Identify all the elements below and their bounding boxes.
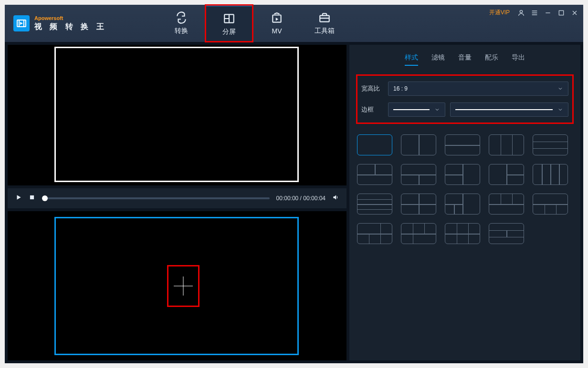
current-time: 00:00:00 [276, 195, 299, 202]
layout-1x4v[interactable] [533, 164, 568, 185]
chevron-down-icon [557, 86, 563, 92]
border-row: 边框 [361, 102, 568, 117]
svg-rect-6 [30, 195, 34, 199]
vip-link[interactable]: 开通VIP [489, 9, 510, 17]
brand-text: Apowersoft [34, 15, 107, 21]
chevron-down-icon [557, 107, 563, 112]
sub-tab-volume[interactable]: 音量 [458, 53, 472, 66]
logo-icon [13, 15, 30, 31]
layout-1x3v[interactable] [489, 134, 524, 155]
aspect-ratio-dropdown[interactable]: 16 : 9 [388, 82, 568, 96]
main-tab-label: 工具箱 [315, 27, 335, 35]
time-display: 00:00:00 / 00:00:04 [276, 195, 326, 202]
layout-3x3-partial[interactable] [489, 223, 524, 244]
layout-1x4h[interactable] [357, 194, 392, 215]
sub-tab-export[interactable]: 导出 [512, 53, 525, 66]
add-media-highlight [167, 265, 200, 307]
border-label: 边框 [361, 105, 383, 114]
main-tab-label: 分屏 [222, 28, 236, 36]
user-icon[interactable] [517, 9, 525, 17]
preview-frame-top[interactable] [54, 47, 299, 182]
main-tab-mv[interactable]: MV [253, 5, 301, 42]
title-bar: Apowersoft 视 频 转 换 王 转换 分屏 [5, 5, 583, 42]
layout-1x2v[interactable] [401, 134, 436, 155]
main-tab-split[interactable]: 分屏 [205, 5, 253, 42]
chevron-down-icon [434, 107, 440, 112]
layout-2x3-a[interactable] [357, 223, 392, 244]
content-area: 00:00:00 / 00:00:04 样式 滤镜 音量 配乐 导出 [5, 42, 583, 363]
plus-icon[interactable] [174, 276, 193, 296]
player-bar: 00:00:00 / 00:00:04 [8, 188, 346, 208]
volume-icon[interactable] [332, 194, 339, 203]
svg-point-4 [520, 10, 522, 12]
layout-L-a[interactable] [445, 194, 480, 215]
settings-highlight: 宽高比 16 : 9 边框 [356, 74, 574, 124]
layout-t-top[interactable] [357, 164, 392, 185]
line-sample-icon [455, 109, 553, 110]
preview-box [8, 45, 346, 185]
sub-tabs: 样式 滤镜 音量 配乐 导出 [355, 50, 575, 72]
aspect-ratio-row: 宽高比 16 : 9 [361, 82, 568, 96]
app-title: 视 频 转 换 王 [34, 22, 107, 32]
sub-tab-style[interactable]: 样式 [405, 53, 418, 66]
line-sample-icon [393, 109, 430, 110]
layout-1x2h[interactable] [445, 134, 480, 155]
layout-1x1[interactable] [357, 134, 392, 155]
time-sep: / [298, 195, 303, 202]
play-icon[interactable] [15, 194, 22, 203]
logo-area: Apowersoft 视 频 转 换 王 [5, 5, 148, 42]
progress-bar[interactable] [42, 197, 270, 199]
main-tab-label: 转换 [175, 27, 188, 35]
aspect-ratio-label: 宽高比 [361, 84, 383, 93]
layout-L-b[interactable] [489, 194, 524, 215]
main-tab-label: MV [272, 27, 282, 35]
main-tab-toolbox[interactable]: 工具箱 [301, 5, 348, 42]
layout-2x3-b[interactable] [401, 223, 436, 244]
duration: 00:00:04 [303, 195, 326, 202]
main-tab-convert[interactable]: 转换 [158, 5, 205, 42]
lower-preview [8, 211, 346, 360]
close-button[interactable] [571, 9, 578, 17]
sub-tab-music[interactable]: 配乐 [485, 53, 498, 66]
border-width-dropdown[interactable] [388, 102, 445, 117]
svg-rect-5 [559, 10, 563, 15]
left-panel: 00:00:00 / 00:00:04 [8, 45, 346, 360]
minimize-button[interactable] [544, 9, 552, 17]
sub-tab-filter[interactable]: 滤镜 [431, 53, 445, 66]
stop-icon[interactable] [29, 194, 35, 203]
window-controls: 开通VIP [489, 9, 578, 17]
menu-icon[interactable] [531, 9, 538, 17]
maximize-button[interactable] [557, 9, 565, 17]
layout-2x2[interactable] [401, 194, 436, 215]
progress-knob[interactable] [42, 195, 48, 201]
aspect-ratio-value: 16 : 9 [393, 85, 408, 92]
layout-t-right[interactable] [489, 164, 524, 185]
layout-L-c[interactable] [533, 194, 568, 215]
layout-grid [355, 130, 575, 249]
right-panel: 样式 滤镜 音量 配乐 导出 宽高比 16 : 9 边框 [349, 45, 580, 360]
layout-t-left[interactable] [445, 164, 480, 185]
app-window: Apowersoft 视 频 转 换 王 转换 分屏 [5, 5, 583, 363]
layout-t-bottom[interactable] [401, 164, 436, 185]
preview-frame-bottom[interactable] [54, 217, 299, 355]
border-color-dropdown[interactable] [450, 102, 568, 117]
main-tabs: 转换 分屏 MV [158, 5, 348, 42]
layout-2x3[interactable] [445, 223, 480, 244]
layout-1x3h[interactable] [533, 134, 568, 155]
